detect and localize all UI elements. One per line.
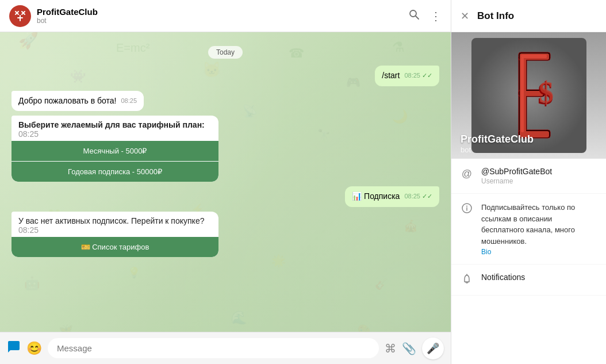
bot-name-overlay: ProfitGateClub bot (451, 127, 606, 159)
tariff-buttons: 🎫 Список тарифов (11, 237, 218, 257)
message-input[interactable] (48, 338, 379, 358)
bot-type-label: bot (461, 145, 597, 154)
bubble-start: /start 08:25 ✓✓ (375, 66, 439, 86)
svg-text:$: $ (539, 76, 554, 109)
bio-row: Подписывайтесь только по ссылкам в описа… (451, 194, 606, 265)
username-label: Username (481, 177, 597, 185)
chat-messages: Today /start 08:25 ✓✓ Добро пожаловать в… (0, 32, 451, 332)
svg-rect-34 (521, 58, 524, 132)
bot-buttons: Месячный - 5000₽ Годовая подписка - 5000… (11, 141, 218, 182)
username-content: @SubProfitGateBot Username (481, 167, 597, 185)
bot-avatar-section: $ $ ProfitGateClub bot (451, 32, 606, 159)
bot-display-name: ProfitGateClub (461, 133, 597, 145)
chat-header: ProfitGateClub bot ⋮ (0, 0, 451, 32)
no-sub-text: У вас нет активных подписок. Перейти к п… (11, 212, 218, 237)
emoji-icon[interactable]: 😊 (26, 341, 42, 356)
info-circle-icon (461, 203, 473, 216)
message-type-icon[interactable] (7, 340, 21, 357)
info-panel: ✕ Bot Info (451, 0, 606, 364)
svg-rect-35 (521, 55, 547, 58)
message-welcome: Добро пожаловать в бота! 08:25 (11, 91, 439, 112)
bubble-subscription-time: 08:25 ✓✓ (404, 192, 432, 201)
message-choose-plan: Выберите желаемый для вас тарифный план:… (11, 116, 439, 182)
header-bot-sub: bot (37, 17, 408, 25)
svg-line-24 (416, 16, 419, 19)
search-icon[interactable] (408, 9, 420, 23)
bubble-welcome: Добро пожаловать в бота! 08:25 (11, 91, 144, 112)
info-header: ✕ Bot Info (451, 0, 606, 32)
header-icons: ⋮ (408, 9, 442, 23)
svg-point-40 (466, 206, 467, 207)
mic-button[interactable]: 🎤 (422, 338, 444, 359)
more-options-icon[interactable]: ⋮ (430, 9, 442, 23)
attach-icon[interactable]: 📎 (402, 342, 416, 355)
svg-point-23 (410, 10, 416, 17)
chat-panel: 🚀 👾 E=mc² 🐱 ☎ 🎮 ⚗ ∑ 🦄 📡 🔭 🌙 🐸 ⚡ 🎯 🎪 🤖 💡 … (0, 0, 451, 364)
info-rows: @ @SubProfitGateBot Username Подписывайт… (451, 159, 606, 364)
bio-text: Подписывайтесь только по ссылкам в описа… (481, 202, 597, 247)
header-bot-name: ProfitGateClub (37, 7, 408, 17)
bubble-start-time: 08:25 ✓✓ (404, 71, 432, 80)
at-icon: @ (461, 168, 473, 180)
tariff-list-button[interactable]: 🎫 Список тарифов (11, 237, 218, 257)
message-start: /start 08:25 ✓✓ (11, 66, 439, 86)
bot-message-block: Выберите желаемый для вас тарифный план:… (11, 116, 218, 182)
header-info: ProfitGateClub bot (37, 7, 408, 25)
date-divider: Today (11, 46, 439, 59)
bubble-welcome-time: 08:25 (121, 97, 137, 105)
date-badge: Today (208, 46, 243, 59)
message-no-subscription: У вас нет активных подписок. Перейти к п… (11, 212, 439, 257)
close-icon[interactable]: ✕ (461, 10, 469, 22)
bot-avatar[interactable] (9, 5, 31, 27)
chat-input-area: 😊 ⌘ 📎 🎤 (0, 332, 451, 364)
notifications-row[interactable]: Notifications (451, 265, 606, 296)
bubble-subscription: 📊 Подписка 08:25 ✓✓ (345, 186, 439, 207)
bubble-subscription-text: Подписка (364, 191, 400, 201)
bot-msg-text: Выберите желаемый для вас тарифный план:… (11, 116, 218, 141)
notifications-content: Notifications (481, 273, 597, 283)
info-title: Bot Info (477, 10, 514, 22)
no-sub-block: У вас нет активных подписок. Перейти к п… (11, 212, 218, 257)
yearly-plan-button[interactable]: Годовая подписка - 50000₽ (11, 162, 218, 182)
subscription-icon: 📊 (352, 191, 362, 201)
bubble-start-text: /start (382, 71, 400, 80)
notifications-label: Notifications (481, 273, 597, 282)
username-row: @ @SubProfitGateBot Username (451, 159, 606, 194)
monthly-plan-button[interactable]: Месячный - 5000₽ (11, 141, 218, 161)
message-subscription: 📊 Подписка 08:25 ✓✓ (11, 186, 439, 207)
username-value: @SubProfitGateBot (481, 167, 597, 176)
bubble-welcome-text: Добро пожаловать в бота! (18, 96, 117, 105)
command-icon[interactable]: ⌘ (385, 342, 396, 355)
bio-content: Подписывайтесь только по ссылкам в описа… (481, 202, 597, 256)
bio-label: Bio (481, 248, 597, 256)
bell-icon (461, 274, 473, 287)
